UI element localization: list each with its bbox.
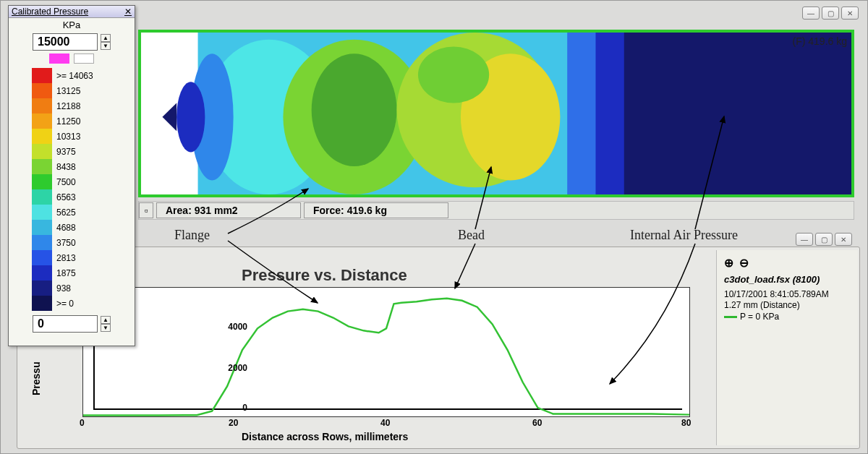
colorbar-label: 13125 — [52, 86, 80, 96]
status-toggle[interactable]: ▫ — [139, 202, 153, 218]
ytick-4000: 4000 — [228, 322, 247, 332]
maximize-button[interactable]: ▢ — [822, 7, 839, 20]
zoom-out-icon[interactable]: ⊖ — [739, 256, 749, 270]
xtick-80: 80 — [681, 418, 691, 428]
colorbar-row: 6563 — [32, 189, 111, 205]
colorbar-swatch — [32, 296, 52, 311]
legend-min-down[interactable]: ▼ — [101, 324, 111, 332]
pressure-map: (F) 419.6 kg — [138, 30, 854, 197]
colorbar-label: 11250 — [52, 116, 80, 127]
colorbar-label: 5625 — [52, 207, 76, 218]
colorbar-row: 7500 — [32, 174, 111, 189]
colorbar-row: 2813 — [32, 250, 111, 265]
legend-unit: KPa — [9, 18, 135, 32]
colorbar-swatch — [32, 174, 52, 189]
annotation-bead: Bead — [458, 228, 485, 243]
colorbar-swatch — [32, 83, 52, 98]
colorbar-label: 8438 — [52, 162, 76, 172]
colorbar-label: 1875 — [52, 268, 76, 278]
colorbar-label: >= 0 — [52, 299, 74, 309]
colorbar-row: 4688 — [32, 220, 111, 235]
colorbar-label: 4688 — [52, 223, 76, 233]
svg-rect-1 — [610, 33, 851, 194]
distance-readout: 1.27 mm (Distance) — [724, 300, 851, 310]
legend-titlebar[interactable]: Calibrated Pressure ✕ — [9, 6, 135, 18]
legend-max-down[interactable]: ▼ — [101, 42, 111, 50]
colorbar-swatch — [32, 129, 52, 144]
ytick-2000: 2000 — [228, 363, 247, 373]
status-bar: ▫ Area: 931 mm2 Force: 419.6 kg — [138, 201, 854, 220]
colorbar-label: 3750 — [52, 238, 76, 248]
colorbar-swatch — [32, 265, 52, 280]
svg-point-10 — [418, 46, 489, 103]
series-legend-label: P = 0 KPa — [740, 312, 779, 322]
series-color-swatch — [724, 316, 737, 318]
legend-min-input[interactable] — [33, 315, 98, 333]
colorbar-label: 6563 — [52, 192, 76, 202]
colorbar-swatch — [32, 220, 52, 235]
colorbar-swatch — [32, 189, 52, 205]
svg-point-7 — [312, 53, 397, 166]
force-badge: (F) 419.6 kg — [793, 35, 847, 47]
legend-max-input[interactable] — [33, 33, 98, 51]
colorbar-swatch — [32, 113, 52, 129]
legend-max-up[interactable]: ▲ — [101, 34, 111, 42]
xtick-20: 20 — [229, 418, 238, 428]
main-window: — ▢ ✕ (F) 419.6 kg ▫ Area: 931 mm2 Force… — [0, 0, 868, 454]
top-window-controls: — ▢ ✕ — [802, 7, 859, 20]
force-readout: Force: 419.6 kg — [304, 202, 448, 218]
colorbar-label: >= 14063 — [52, 71, 93, 81]
colorbar-label: 9375 — [52, 147, 76, 157]
colorbar-row: 3750 — [32, 235, 111, 250]
colorbar-row: >= 14063 — [32, 68, 111, 83]
colorbar-row: 12188 — [32, 98, 111, 113]
colorbar-label: 938 — [52, 283, 71, 294]
xtick-60: 60 — [532, 418, 542, 428]
colorbar-row: 10313 — [32, 129, 111, 144]
colorbar-label: 12188 — [52, 101, 80, 111]
chart-window: — ▢ ✕ Pressure vs. Distance Pressu Dista… — [17, 247, 860, 449]
zoom-in-icon[interactable]: ⊕ — [724, 256, 733, 270]
legend-max-spinner: ▲ ▼ — [25, 33, 119, 51]
legend-min-spinner: ▲ ▼ — [25, 315, 119, 333]
legend-min-up[interactable]: ▲ — [101, 316, 111, 324]
colorbar-row: 9375 — [32, 144, 111, 159]
close-button[interactable]: ✕ — [841, 7, 859, 20]
colorbar-swatch — [32, 98, 52, 113]
colorbar-row: >= 0 — [32, 296, 111, 311]
colorbar-row: 8438 — [32, 159, 111, 174]
annotation-air: Internal Air Pressure — [630, 228, 738, 243]
colorbar-swatch — [32, 68, 52, 83]
chart-side-panel: ⊕ ⊖ c3dot_load.fsx (8100) 10/17/2001 8:4… — [716, 250, 858, 445]
colorbar-swatch — [32, 250, 52, 265]
colorbar-swatch — [32, 205, 52, 220]
colorbar-swatch — [32, 235, 52, 250]
colorbar-label: 10313 — [52, 132, 80, 142]
svg-point-12 — [176, 82, 205, 152]
legend-overmax-swatch — [49, 53, 69, 64]
colorbar-row: 13125 — [32, 83, 111, 98]
colorbar-row: 5625 — [32, 205, 111, 220]
colorbar: >= 1406313125121881125010313937584387500… — [32, 68, 111, 311]
chart-maximize-button[interactable]: ▢ — [815, 233, 833, 246]
chart-minimize-button[interactable]: — — [796, 233, 813, 246]
xtick-40: 40 — [380, 418, 390, 428]
chart-xlabel: Distance across Rows, millimeters — [242, 431, 408, 442]
colorbar-row: 938 — [32, 280, 111, 296]
minimize-button[interactable]: — — [802, 7, 820, 20]
chart-ylabel: Pressu — [30, 361, 42, 395]
legend-panel[interactable]: Calibrated Pressure ✕ KPa ▲ ▼ >= 1406313… — [8, 5, 135, 346]
chart-window-controls: — ▢ ✕ — [796, 233, 852, 246]
annotation-flange: Flange — [174, 228, 210, 243]
colorbar-row: 11250 — [32, 113, 111, 129]
chart-title: Pressure vs. Distance — [242, 266, 407, 285]
chart-plot-area — [82, 287, 690, 417]
colorbar-swatch — [32, 280, 52, 296]
xtick-0: 0 — [80, 418, 85, 428]
series-legend: P = 0 KPa — [724, 312, 851, 322]
legend-close-icon[interactable]: ✕ — [124, 7, 132, 17]
colorbar-swatch — [32, 144, 52, 159]
area-readout: Area: 931 mm2 — [156, 202, 301, 218]
timestamp: 10/17/2001 8:41:05.789AM — [724, 289, 851, 299]
chart-close-button[interactable]: ✕ — [835, 233, 852, 246]
